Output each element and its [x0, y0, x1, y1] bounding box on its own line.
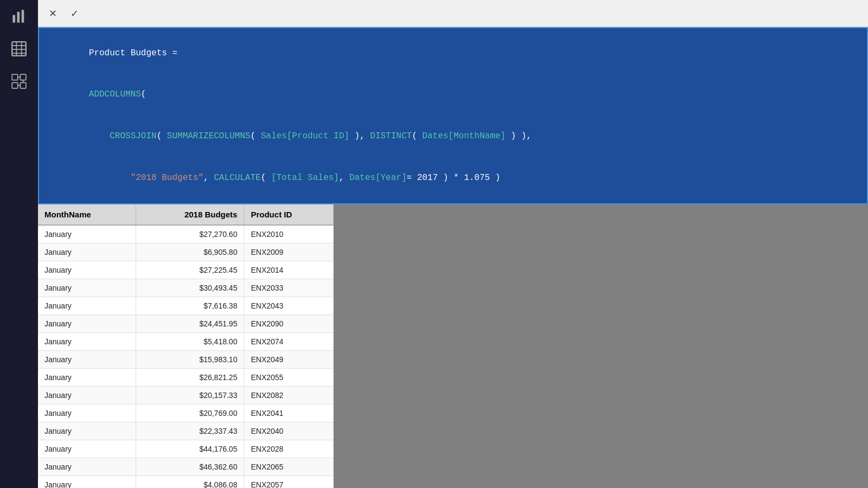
formula-line-1: Product Budgets =	[47, 33, 859, 74]
cell-month: January	[38, 243, 136, 261]
cell-month: January	[38, 315, 136, 333]
cell-budget: $22,337.43	[136, 422, 244, 440]
svg-rect-10	[20, 74, 26, 80]
cell-product: ENX2028	[244, 440, 334, 458]
cell-month: January	[38, 261, 136, 279]
cell-product: ENX2074	[244, 333, 334, 351]
col-header-budgets[interactable]: 2018 Budgets	[136, 204, 244, 225]
cell-month: January	[38, 279, 136, 297]
formula-line-2: ADDCOLUMNS(	[47, 74, 859, 116]
cell-month: January	[38, 440, 136, 458]
cell-budget: $24,451.95	[136, 315, 244, 333]
confirm-button[interactable]: ✓	[65, 4, 84, 23]
main-content: ✕ ✓ Product Budgets = ADDCOLUMNS( CROSSJ…	[38, 0, 868, 488]
table-row: January$6,905.80ENX2009	[38, 243, 334, 261]
col-header-monthname[interactable]: MonthName	[38, 204, 136, 225]
model-icon[interactable]	[8, 70, 30, 92]
svg-rect-9	[12, 74, 18, 80]
svg-rect-2	[22, 10, 24, 22]
table-row: January$22,337.43ENX2040	[38, 422, 334, 440]
cell-product: ENX2010	[244, 225, 334, 243]
table-row: January$15,983.10ENX2049	[38, 351, 334, 369]
table-row: January$46,362.60ENX2065	[38, 458, 334, 476]
cell-month: January	[38, 422, 136, 440]
cell-budget: $46,362.60	[136, 458, 244, 476]
table-row: January$27,225.45ENX2014	[38, 261, 334, 279]
cell-month: January	[38, 404, 136, 422]
table-row: January$27,270.60ENX2010	[38, 225, 334, 243]
svg-rect-12	[20, 82, 26, 88]
cell-product: ENX2014	[244, 261, 334, 279]
table-row: January$26,821.25ENX2055	[38, 369, 334, 387]
cell-month: January	[38, 351, 136, 369]
cell-budget: $20,157.33	[136, 387, 244, 404]
cell-month: January	[38, 476, 136, 488]
svg-rect-0	[12, 15, 15, 23]
cell-product: ENX2090	[244, 315, 334, 333]
toolbar: ✕ ✓	[38, 0, 868, 27]
cell-product: ENX2043	[244, 297, 334, 315]
cell-product: ENX2055	[244, 369, 334, 387]
table-container[interactable]: MonthName 2018 Budgets Product ID Januar…	[38, 204, 334, 488]
formula-bar[interactable]: Product Budgets = ADDCOLUMNS( CROSSJOIN(…	[38, 27, 868, 204]
formula-line-4: "2018 Budgets", CALCULATE( [Total Sales]…	[47, 157, 859, 199]
cell-product: ENX2049	[244, 351, 334, 369]
table-icon[interactable]	[8, 38, 30, 60]
table-row: January$20,157.33ENX2082	[38, 387, 334, 404]
table-row: January$7,616.38ENX2043	[38, 297, 334, 315]
cell-budget: $5,418.00	[136, 333, 244, 351]
cell-product: ENX2057	[244, 476, 334, 488]
table-row: January$5,418.00ENX2074	[38, 333, 334, 351]
cell-month: January	[38, 369, 136, 387]
cell-product: ENX2065	[244, 458, 334, 476]
table-row: January$24,451.95ENX2090	[38, 315, 334, 333]
table-row: January$44,176.05ENX2028	[38, 440, 334, 458]
content-row: MonthName 2018 Budgets Product ID Januar…	[38, 204, 868, 488]
cell-month: January	[38, 333, 136, 351]
cell-month: January	[38, 225, 136, 243]
cell-budget: $27,270.60	[136, 225, 244, 243]
table-row: January$4,086.08ENX2057	[38, 476, 334, 488]
cell-budget: $20,769.00	[136, 404, 244, 422]
cell-budget: $30,493.45	[136, 279, 244, 297]
formula-line-3: CROSSJOIN( SUMMARIZECOLUMNS( Sales[Produ…	[47, 116, 859, 158]
cell-month: January	[38, 297, 136, 315]
cell-product: ENX2033	[244, 279, 334, 297]
cell-budget: $44,176.05	[136, 440, 244, 458]
data-table: MonthName 2018 Budgets Product ID Januar…	[38, 204, 334, 488]
cell-product: ENX2041	[244, 404, 334, 422]
svg-rect-11	[12, 82, 18, 88]
cancel-button[interactable]: ✕	[43, 4, 62, 23]
cell-month: January	[38, 458, 136, 476]
svg-rect-1	[17, 12, 20, 23]
cell-budget: $4,086.08	[136, 476, 244, 488]
cell-budget: $7,616.38	[136, 297, 244, 315]
cell-budget: $27,225.45	[136, 261, 244, 279]
gray-area	[334, 204, 868, 488]
chart-icon[interactable]	[8, 5, 30, 27]
cell-budget: $6,905.80	[136, 243, 244, 261]
cell-product: ENX2040	[244, 422, 334, 440]
cell-product: ENX2082	[244, 387, 334, 404]
table-row: January$30,493.45ENX2033	[38, 279, 334, 297]
sidebar	[0, 0, 38, 488]
cell-month: January	[38, 387, 136, 404]
cell-product: ENX2009	[244, 243, 334, 261]
cell-budget: $15,983.10	[136, 351, 244, 369]
table-row: January$20,769.00ENX2041	[38, 404, 334, 422]
cell-budget: $26,821.25	[136, 369, 244, 387]
col-header-productid[interactable]: Product ID	[244, 204, 334, 225]
